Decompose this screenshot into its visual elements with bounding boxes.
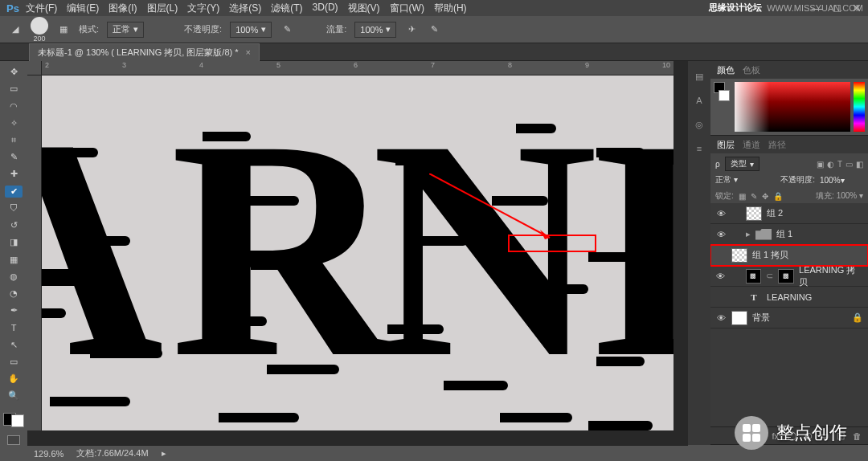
layer-name[interactable]: 组 2 [767, 207, 783, 219]
layer-row[interactable]: 组 1 拷贝 [710, 245, 868, 266]
tab-paths[interactable]: 路径 [768, 139, 786, 151]
watermark-top: 思缘设计论坛 WWW.MISSYUAN.COM [709, 2, 863, 14]
tab-swatches[interactable]: 色板 [743, 64, 760, 76]
layer-row[interactable]: 👁 ▸ 组 1 [710, 224, 868, 245]
hue-slider[interactable] [854, 82, 865, 132]
history-panel-icon[interactable]: ▤ [690, 67, 708, 85]
menu-help[interactable]: 帮助(H) [434, 2, 467, 15]
filter-type-icon[interactable]: T [837, 160, 842, 169]
document-tab[interactable]: 未标题-1 @ 130% ( LEARNING 拷贝, 图层蒙版/8) * × [29, 43, 260, 61]
shape-tool[interactable]: ▭ [5, 356, 23, 368]
zoom-tool[interactable]: 🔍 [5, 390, 23, 402]
expand-icon[interactable]: ▸ [746, 229, 751, 239]
color-panel[interactable] [710, 79, 868, 135]
tab-layers[interactable]: 图层 [717, 139, 735, 151]
menu-filter[interactable]: 滤镜(T) [271, 2, 302, 15]
pressure-opacity-icon[interactable]: ✎ [280, 22, 294, 37]
char-panel-icon[interactable]: A [690, 92, 708, 109]
filter-image-icon[interactable]: ▣ [817, 160, 824, 169]
path-select-tool[interactable]: ↖ [5, 339, 23, 351]
layer-blend-select[interactable]: 正常 ▾ [715, 174, 776, 186]
dodge-tool[interactable]: ◔ [5, 288, 23, 300]
visibility-icon[interactable]: 👁 [715, 209, 727, 218]
quickmask-icon[interactable] [7, 435, 20, 445]
menu-select[interactable]: 选择(S) [229, 2, 261, 15]
folder-icon[interactable] [755, 229, 772, 240]
gradient-tool[interactable]: ▦ [5, 253, 23, 265]
history-brush-tool[interactable]: ↺ [5, 219, 23, 231]
crop-tool[interactable]: ⌗ [5, 134, 23, 146]
brush-panel-icon[interactable]: ▦ [56, 22, 71, 37]
filter-smart-icon[interactable]: ◧ [856, 160, 863, 169]
tab-channels[interactable]: 通道 [743, 139, 760, 151]
layer-row[interactable]: 👁 组 2 [710, 203, 868, 224]
properties-panel-icon[interactable]: ≡ [690, 140, 708, 157]
magic-wand-tool[interactable]: ✧ [5, 117, 23, 129]
brush-tool[interactable]: ✔ [5, 186, 23, 198]
tool-preset-icon[interactable]: ◢ [8, 22, 23, 37]
type-layer-icon[interactable]: T [746, 292, 762, 302]
filter-adjust-icon[interactable]: ◐ [827, 160, 834, 169]
layer-filter-select[interactable]: 类型 ▾ [725, 157, 760, 171]
lock-image-icon[interactable]: ✎ [751, 192, 757, 201]
layer-row[interactable]: T LEARNING [710, 287, 868, 308]
type-tool[interactable]: T [5, 321, 23, 333]
tab-color[interactable]: 颜色 [717, 64, 735, 76]
layer-mask[interactable]: ▩ [778, 269, 794, 284]
opacity-label: 不透明度: [184, 23, 222, 35]
menu-3d[interactable]: 3D(D) [313, 2, 338, 15]
menu-window[interactable]: 窗口(W) [390, 2, 424, 15]
eraser-tool[interactable]: ◨ [5, 236, 23, 248]
layer-thumb[interactable]: ▩ [746, 269, 762, 284]
visibility-icon[interactable]: 👁 [715, 313, 727, 323]
blend-mode-select[interactable]: 正常 ▾ [107, 22, 144, 38]
canvas[interactable]: A R N I [42, 75, 674, 430]
layer-thumb[interactable] [731, 248, 747, 263]
layer-thumb[interactable] [746, 206, 762, 221]
visibility-icon[interactable]: 👁 [715, 271, 727, 281]
layer-thumb[interactable] [731, 311, 747, 325]
color-field[interactable] [735, 82, 850, 132]
filter-shape-icon[interactable]: ▭ [845, 160, 853, 169]
status-arrow-icon[interactable]: ▸ [162, 448, 166, 459]
blur-tool[interactable]: ◍ [5, 271, 23, 283]
visibility-icon[interactable]: 👁 [715, 230, 727, 239]
layer-name[interactable]: 背景 [752, 312, 770, 324]
eyedropper-tool[interactable]: ✎ [5, 151, 23, 163]
hand-tool[interactable]: ✋ [5, 373, 23, 385]
tab-close-icon[interactable]: × [246, 47, 251, 57]
libraries-icon[interactable]: ◎ [690, 116, 708, 133]
layer-opacity-field[interactable]: 100%▾ [820, 176, 863, 185]
menu-view[interactable]: 视图(V) [348, 2, 380, 15]
opacity-field[interactable]: 100% ▾ [230, 22, 272, 38]
lock-pos-icon[interactable]: ✥ [762, 192, 768, 201]
layer-row[interactable]: 👁 背景 🔒 [710, 308, 868, 328]
delete-icon[interactable]: 🗑 [853, 431, 862, 441]
menu-edit[interactable]: 编辑(E) [67, 2, 99, 15]
layer-row[interactable]: 👁 ▩ ⊂ ▩ LEARNING 拷贝 [710, 266, 868, 287]
layer-name[interactable]: 组 1 拷贝 [752, 249, 788, 261]
lasso-tool[interactable]: ◠ [5, 100, 23, 112]
layer-name[interactable]: LEARNING [767, 292, 812, 302]
lock-trans-icon[interactable]: ▦ [739, 192, 746, 201]
marquee-tool[interactable]: ▭ [5, 83, 23, 95]
menu-image[interactable]: 图像(I) [108, 2, 137, 15]
layer-name[interactable]: 组 1 [776, 228, 792, 240]
airbrush-icon[interactable]: ✈ [404, 22, 419, 37]
color-swatches[interactable] [3, 413, 24, 427]
menu-layer[interactable]: 图层(L) [147, 2, 178, 15]
zoom-level[interactable]: 129.6% [34, 449, 63, 459]
brush-preview-icon[interactable] [31, 17, 48, 35]
lock-all-icon[interactable]: 🔒 [773, 192, 783, 201]
ruler-horizontal: 2345678910 [42, 61, 674, 75]
healing-tool[interactable]: ✚ [5, 168, 23, 180]
menu-file[interactable]: 文件(F) [26, 2, 57, 15]
lock-label: 锁定: [715, 190, 734, 202]
stamp-tool[interactable]: ⛉ [5, 202, 23, 214]
menu-type[interactable]: 文字(Y) [187, 2, 219, 15]
layer-name[interactable]: LEARNING 拷贝 [799, 264, 863, 288]
pressure-size-icon[interactable]: ✎ [427, 22, 441, 37]
pen-tool[interactable]: ✒ [5, 304, 23, 316]
move-tool[interactable]: ✥ [5, 66, 23, 78]
flow-field[interactable]: 100% ▾ [354, 22, 396, 38]
